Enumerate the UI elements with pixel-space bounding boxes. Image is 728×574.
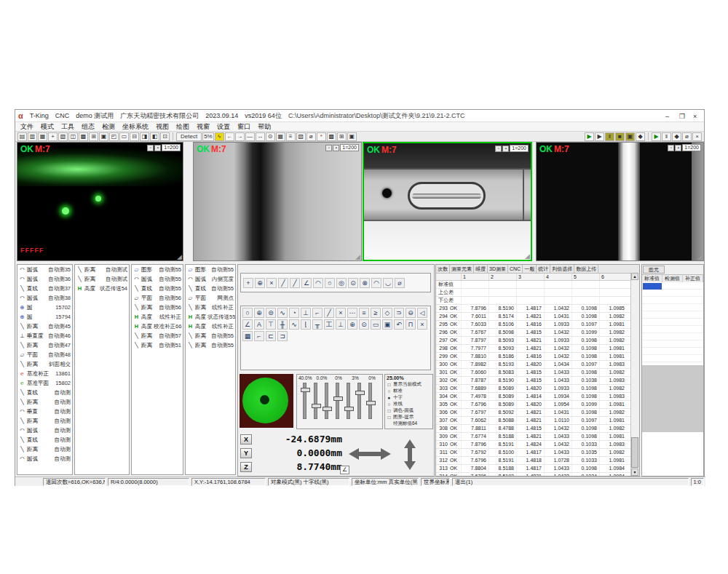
checkbox-icon[interactable]: ○ — [387, 388, 392, 394]
list-item[interactable]: ╲直线自动测55 — [132, 284, 183, 293]
construct-tool-icon[interactable]: ∿ — [289, 319, 299, 330]
construct-tool-icon[interactable]: ╫ — [277, 319, 288, 330]
slider-thumb[interactable] — [344, 407, 354, 411]
list-item[interactable]: ╲直线自动测37 — [17, 284, 72, 293]
construct-tool-icon[interactable]: A — [254, 319, 264, 330]
construct-tool-icon[interactable]: ⊖ — [405, 308, 416, 318]
menu-item[interactable]: 视窗 — [193, 122, 213, 131]
run-control-icon[interactable]: ▶ — [652, 132, 661, 141]
resize-grip-icon[interactable]: ◢ — [525, 252, 530, 260]
list-item[interactable]: H高度校准补正66 — [132, 322, 183, 331]
construct-tool-icon[interactable]: ⊐ — [277, 331, 288, 341]
results-tab[interactable]: 次数 — [436, 265, 450, 273]
construct-tool-icon[interactable]: ⌐ — [312, 308, 323, 318]
resize-grip-icon[interactable]: ◢ — [177, 253, 182, 260]
toolbar-icon[interactable]: ▩ — [327, 132, 336, 141]
results-tab[interactable]: 数据上传 — [574, 265, 598, 273]
list-item[interactable]: ▱平面自动测56 — [132, 293, 183, 303]
measure-tool-icon[interactable]: ⊕ — [255, 278, 265, 288]
table-row[interactable]: 294OK7.60118.51741.48211.04310.10981.098… — [436, 313, 639, 321]
y-axis-button[interactable]: Y — [240, 448, 252, 458]
results-tab[interactable]: 统计 — [537, 265, 550, 273]
list-item[interactable]: ╲距离自动测47 — [17, 340, 72, 350]
table-row[interactable]: 311OK7.67928.51001.48171.04330.10351.098… — [436, 449, 639, 457]
table-scrollbar[interactable]: ▲ ▼ — [630, 273, 639, 476]
menu-item[interactable]: 视图 — [152, 122, 173, 131]
list-item[interactable]: ╲距离自动测56 — [132, 303, 183, 312]
menu-item[interactable]: 模式 — [37, 122, 58, 131]
construct-tool-icon[interactable]: ▣ — [382, 319, 392, 330]
menu-item[interactable]: 设置 — [213, 122, 234, 131]
list-item[interactable]: ◠圆弧自动测55 — [132, 274, 183, 284]
list-item[interactable]: ⊕圆15702 — [17, 303, 72, 312]
camera-tool-icon[interactable]: ▪ — [154, 145, 161, 151]
toolbar-icon[interactable]: ϟ — [215, 132, 224, 141]
detect-button[interactable]: Detect — [176, 132, 202, 141]
measure-tool-icon[interactable]: + — [243, 278, 253, 288]
elements-panel-tab[interactable]: 图元 — [643, 266, 665, 274]
toolbar-icon[interactable]: * — [317, 132, 326, 141]
toolbar-icon[interactable]: ◫ — [68, 132, 78, 141]
construct-tool-icon[interactable]: ≡ — [359, 308, 369, 318]
table-row[interactable]: 305OK7.67968.50891.48201.09540.10991.098… — [436, 401, 639, 409]
slider-thumb[interactable] — [323, 407, 332, 411]
list-item[interactable]: ╲距离自动测57 — [132, 331, 183, 340]
light-slider[interactable] — [303, 383, 306, 419]
table-row[interactable]: 302OK7.87878.51901.48151.04330.10381.098… — [436, 377, 639, 385]
run-control-icon[interactable]: ▶ — [585, 132, 594, 141]
measure-tool-icon[interactable]: ◠ — [313, 278, 323, 288]
toolbar-icon[interactable]: ▧ — [296, 132, 306, 141]
menu-item[interactable]: 绘图 — [173, 122, 193, 131]
results-tab[interactable]: 测量元素 — [450, 265, 474, 273]
run-control-icon[interactable]: ◆ — [672, 132, 681, 141]
display-option[interactable]: 经测标值64 — [387, 420, 431, 427]
light-slider[interactable] — [325, 383, 328, 419]
checkbox-icon[interactable]: ○ — [387, 402, 392, 407]
light-slider[interactable] — [347, 383, 350, 419]
list-item[interactable]: ◠圆弧自动测35 — [17, 265, 72, 274]
list-item[interactable]: ◠圆弧自动测38 — [17, 293, 72, 303]
table-row[interactable]: 313OK7.88048.51881.48171.04330.10981.098… — [436, 465, 639, 473]
construct-tool-icon[interactable]: ∿ — [277, 308, 288, 318]
camera-tool-icon[interactable]: ▫ — [147, 145, 154, 151]
construct-tool-icon[interactable]: ⊤ — [266, 319, 276, 330]
list-item[interactable]: H高度线性补正 — [186, 322, 235, 331]
toolbar-icon[interactable]: ◨ — [140, 132, 149, 141]
table-row[interactable]: 299OK7.88108.51861.48161.04320.10981.098… — [436, 353, 639, 361]
camera-view-4[interactable]: OKM:7 ▫ ▪ 1=200 ◢ — [536, 142, 704, 261]
camera-zoom-select[interactable]: 1=200 — [510, 145, 529, 152]
construct-tool-icon[interactable]: ◇ — [382, 308, 392, 318]
toolbar-icon[interactable]: ◰ — [109, 132, 119, 141]
slider-thumb[interactable] — [366, 401, 376, 405]
display-option[interactable]: □图形-提示 — [387, 414, 431, 420]
measure-tool-icon[interactable]: ◠ — [371, 278, 381, 288]
construct-tool-icon[interactable]: ⊕ — [347, 319, 357, 330]
menu-item[interactable]: 工具 — [58, 122, 78, 131]
results-tab[interactable]: 一般 — [523, 265, 537, 273]
list-item[interactable]: ╲距离自动测55 — [186, 340, 235, 350]
slider-thumb[interactable] — [301, 388, 310, 392]
camera-tool-icon[interactable]: ▪ — [502, 146, 509, 152]
table-row[interactable]: 293OK7.87968.51901.48171.04320.10981.098… — [436, 305, 639, 313]
toolbar-icon[interactable]: ▣ — [347, 132, 357, 141]
toolbar-icon[interactable]: — — [245, 132, 255, 141]
table-row[interactable]: 297OK7.87978.50931.48211.09330.10981.098… — [436, 337, 639, 345]
toolbar-icon[interactable]: ▩ — [79, 132, 88, 141]
z-axis-button[interactable]: Z — [240, 462, 252, 472]
list-item[interactable]: ◠圆弧自动测 — [17, 454, 72, 463]
camera-zoom-select[interactable]: 1=200 — [682, 144, 701, 151]
x-axis-button[interactable]: X — [240, 434, 252, 445]
display-option[interactable]: ○准线 — [387, 401, 431, 407]
z-adjust-button[interactable]: ∠ — [340, 466, 349, 474]
construct-tool-icon[interactable]: ⊜ — [266, 308, 276, 318]
list-item[interactable]: ◠圆弧自动测 — [17, 426, 72, 435]
checkbox-icon[interactable]: □ — [387, 408, 392, 413]
construct-tool-icon[interactable]: ⊙ — [359, 319, 369, 330]
construct-tool-icon[interactable]: ⊥ — [336, 319, 346, 330]
menu-item[interactable]: 窗口 — [234, 122, 254, 131]
menu-item[interactable]: 文件 — [17, 122, 37, 131]
list-item[interactable]: H高度状态传送54 — [75, 284, 129, 293]
menu-item[interactable]: 帮助 — [254, 122, 274, 131]
toolbar-icon[interactable]: ▤ — [17, 132, 27, 141]
toolbar-icon[interactable]: ⌀ — [306, 132, 316, 141]
